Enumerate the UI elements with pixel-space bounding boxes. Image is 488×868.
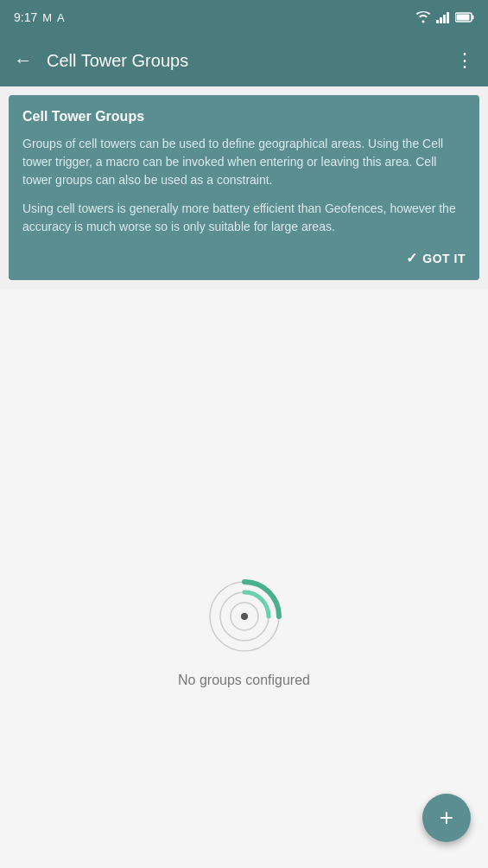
info-card-text2: Using cell towers is generally more batt…	[22, 200, 466, 236]
status-bar-right	[415, 11, 474, 23]
status-bar: 9:17 M A	[0, 0, 488, 35]
svg-rect-5	[472, 16, 474, 20]
svg-rect-3	[447, 12, 449, 23]
back-button[interactable]: ←	[14, 51, 33, 70]
got-it-button[interactable]: ✓ GOT IT	[406, 250, 466, 266]
svg-rect-6	[457, 15, 470, 21]
a-icon: A	[57, 11, 65, 24]
info-card-title: Cell Tower Groups	[22, 109, 466, 124]
no-groups-label: No groups configured	[178, 673, 310, 688]
app-bar: ← Cell Tower Groups ⋮	[0, 35, 488, 86]
got-it-label: GOT IT	[422, 252, 466, 265]
status-time: 9:17	[14, 10, 37, 24]
info-card-text1: Groups of cell towers can be used to def…	[22, 135, 466, 189]
more-options-button[interactable]: ⋮	[455, 49, 474, 72]
battery-icon	[455, 12, 474, 22]
svg-rect-1	[440, 17, 442, 23]
checkmark-icon: ✓	[406, 250, 418, 266]
info-card: Cell Tower Groups Groups of cell towers …	[9, 95, 479, 280]
page-title: Cell Tower Groups	[47, 51, 441, 71]
svg-point-10	[241, 613, 248, 620]
main-content: No groups configured	[0, 289, 488, 868]
signal-icon	[436, 11, 450, 23]
add-group-fab[interactable]: +	[422, 794, 471, 842]
cell-tower-empty-icon	[206, 578, 283, 655]
svg-rect-0	[436, 20, 439, 23]
m-icon: M	[42, 11, 52, 24]
got-it-row: ✓ GOT IT	[22, 250, 466, 266]
status-bar-left: 9:17 M A	[14, 10, 65, 24]
svg-rect-2	[443, 15, 446, 23]
wifi-icon	[415, 11, 431, 23]
